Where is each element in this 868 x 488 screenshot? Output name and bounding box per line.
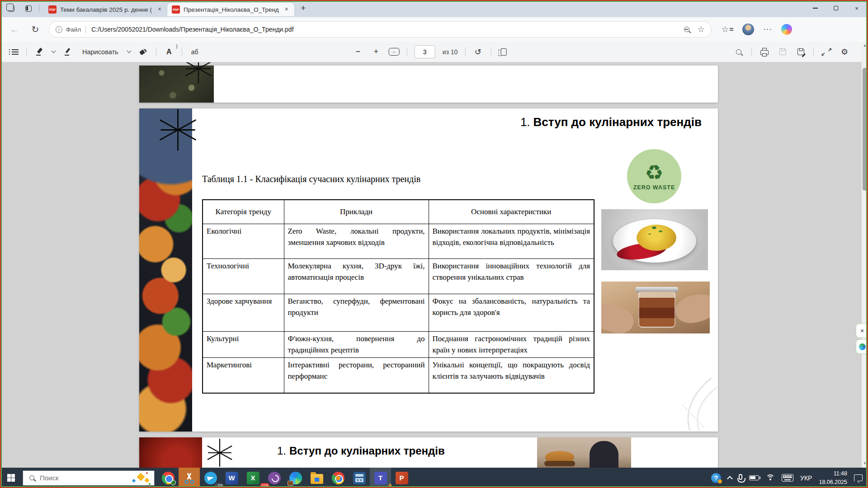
microphone-icon[interactable]: [739, 474, 742, 480]
copilot-icon[interactable]: [781, 24, 792, 35]
draw-label[interactable]: Нарисовать: [82, 48, 118, 56]
workspaces-icon[interactable]: [5, 3, 17, 14]
favorite-star-icon[interactable]: ☆: [698, 25, 705, 33]
keyboard-icon[interactable]: [782, 474, 793, 482]
table-header: Приклади: [284, 200, 429, 224]
table-row: Культурні Ф'южн-кухня, повернення до тра…: [203, 331, 594, 357]
zoom-out-icon[interactable]: −: [353, 45, 363, 59]
taskbar-word[interactable]: W: [221, 468, 242, 488]
fullscreen-icon[interactable]: ↗↙: [821, 48, 832, 56]
taskbar-telegram[interactable]: ..03: [200, 468, 221, 488]
taskbar-powerpoint[interactable]: P: [391, 468, 412, 488]
toc-icon[interactable]: [8, 45, 19, 59]
vertical-scrollbar[interactable]: ▲ ▼: [862, 42, 868, 468]
taskbar-viber[interactable]: 218: [264, 468, 285, 488]
translate-icon[interactable]: aб: [189, 45, 200, 59]
desktop-screen: PDF Теми бакалаврів 2025 р. денне ( × PD…: [0, 0, 868, 488]
sidebar-app-button[interactable]: [856, 339, 868, 354]
clock[interactable]: 11:48 18.06.2025: [819, 469, 847, 486]
refresh-icon[interactable]: ↻: [29, 24, 42, 35]
scroll-up-icon[interactable]: ▲: [862, 42, 868, 49]
excel-icon: X: [247, 472, 259, 484]
table-row: Здорове харчування Веганство, суперфуди,…: [203, 294, 594, 331]
soup-photo: [139, 437, 202, 468]
taskbar-chrome[interactable]: [157, 468, 179, 488]
table-cell: Екологічні: [203, 224, 284, 258]
close-tab-icon[interactable]: ×: [283, 5, 291, 14]
taskbar-calculator[interactable]: [349, 468, 370, 488]
maximize-button[interactable]: [826, 1, 846, 15]
page-view-icon[interactable]: [498, 45, 509, 59]
jar-photo: [601, 282, 710, 333]
table-row: Маркетингові Інтерактивні ресторани, рес…: [203, 357, 594, 393]
language-indicator[interactable]: УКР: [800, 474, 812, 482]
highlighter-icon[interactable]: [34, 45, 45, 59]
slide-heading: 1.Вступ до кулінарних трендів: [520, 115, 702, 129]
taskbar-chrome-profile[interactable]: [327, 468, 349, 488]
scrollbar-thumb[interactable]: [863, 68, 867, 191]
pdf-file-icon: PDF: [172, 5, 180, 14]
asterisk-decoration: [183, 62, 214, 84]
tab-actions-icon[interactable]: [23, 3, 34, 14]
save-icon[interactable]: [777, 45, 788, 59]
warning-badge: [387, 483, 394, 488]
taskbar-snipping-tool[interactable]: [179, 468, 200, 488]
table-cell: Фокус на збалансованість, натуральність …: [429, 294, 594, 331]
heading-text: Вступ до кулінарних трендів: [289, 445, 445, 457]
teams-icon: T: [374, 472, 387, 484]
profile-avatar[interactable]: [742, 23, 754, 35]
chevron-down-icon[interactable]: [52, 49, 56, 53]
tab-title: Презентація_Ніколаєва_О_Тренд: [184, 6, 279, 13]
fit-width-icon[interactable]: ↔: [389, 45, 400, 59]
taskbar-teams[interactable]: T: [370, 468, 391, 488]
new-tab-button[interactable]: +: [297, 2, 310, 15]
url-field[interactable]: i Файл C:/Users/20052021/Downloads/Презе…: [49, 21, 712, 38]
zoom-indicator-icon[interactable]: [684, 27, 689, 32]
page-number-input[interactable]: [415, 45, 435, 58]
sidebar-close-button[interactable]: ×: [856, 324, 868, 338]
back-icon[interactable]: ←: [8, 24, 21, 35]
settings-gear-icon[interactable]: ⚙: [839, 45, 850, 59]
taskbar-edge[interactable]: [285, 468, 306, 488]
tab-active[interactable]: PDF Презентація_Ніколаєва_О_Тренд ×: [167, 3, 294, 16]
info-icon[interactable]: i: [56, 26, 62, 33]
close-window-button[interactable]: ×: [846, 1, 867, 15]
chevron-down-icon[interactable]: [127, 49, 131, 53]
more-menu-icon[interactable]: ···: [763, 25, 772, 34]
battery-icon[interactable]: [749, 475, 759, 480]
help-icon[interactable]: ?: [711, 473, 721, 483]
zero-waste-label: ZERO WASTE: [633, 184, 675, 191]
eraser-icon[interactable]: [138, 45, 149, 59]
start-button[interactable]: [0, 468, 22, 488]
search-icon[interactable]: [733, 45, 744, 59]
draw-pen-icon[interactable]: [62, 45, 73, 59]
tab-inactive[interactable]: PDF Теми бакалаврів 2025 р. денне ( ×: [44, 3, 167, 16]
tray-expand-icon[interactable]: [727, 476, 733, 482]
url-text[interactable]: C:/Users/20052021/Downloads/Презентація_…: [91, 26, 678, 33]
notification-center-icon[interactable]: [854, 474, 863, 481]
print-icon[interactable]: [759, 45, 770, 59]
close-tab-icon[interactable]: ×: [156, 5, 164, 14]
pdf-viewport[interactable]: 1.Вступ до кулінарних трендів ♻ ZERO WAS…: [0, 62, 862, 468]
scroll-down-icon[interactable]: ▼: [862, 460, 868, 467]
minimize-button[interactable]: [805, 1, 826, 15]
taskbar-search-box[interactable]: [23, 470, 155, 486]
taskbar: ..03 W X 218: [0, 468, 868, 488]
toolbar-separator: [156, 47, 156, 56]
taskbar-apps: ..03 W X 218: [157, 468, 412, 488]
page-total-label: из 10: [443, 48, 458, 56]
rotate-icon[interactable]: ↺: [472, 45, 483, 59]
save-as-icon[interactable]: [795, 45, 806, 59]
toolbar-separator: [182, 47, 182, 56]
wifi-icon[interactable]: [766, 474, 775, 481]
addressbar-actions: ☆ ···: [722, 23, 792, 35]
table-header: Основні характеристики: [429, 200, 594, 224]
scissors-icon: [184, 472, 195, 484]
pdf-file-icon: PDF: [48, 5, 57, 14]
zoom-in-icon[interactable]: +: [371, 45, 382, 59]
search-highlights-icon[interactable]: [131, 471, 151, 485]
taskbar-file-explorer[interactable]: [306, 468, 327, 488]
search-input[interactable]: [39, 474, 131, 482]
collections-icon[interactable]: ☆: [722, 25, 733, 33]
read-aloud-icon[interactable]: A): [164, 45, 175, 59]
